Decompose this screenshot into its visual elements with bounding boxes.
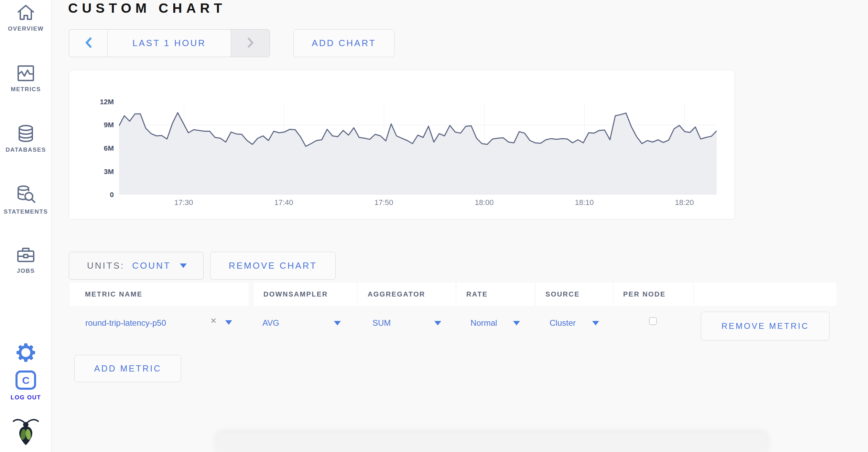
caret-down-icon [592,321,599,325]
column-header-downsampler: DOWNSAMPLER [254,283,357,306]
column-header-per-node: PER NODE [614,283,693,306]
sidebar-item-label: METRICS [0,86,52,93]
column-header-rate: RATE [457,283,534,306]
sidebar-item-label: JOBS [0,268,52,275]
per-node-checkbox[interactable] [649,317,657,325]
home-icon [16,3,36,23]
cockroachdb-bug-logo [12,417,39,447]
metric-table-row: round-trip-latency-p50 × AVG SUM Normal … [52,306,868,347]
svg-text:C: C [22,375,30,386]
x-tick-label: 18:20 [664,198,705,207]
sidebar-item-logout[interactable]: C LOG OUT [0,370,52,401]
sidebar-item-databases[interactable]: DATABASES [0,125,52,153]
source-dropdown[interactable]: Cluster [550,318,599,328]
statements-icon [16,185,36,206]
sidebar-item-label: OVERVIEW [0,25,52,32]
y-tick-label: 0 [76,191,114,199]
timeseries-chart[interactable] [119,102,717,195]
remove-metric-button[interactable]: REMOVE METRIC [701,312,829,341]
units-value: COUNT [132,260,171,271]
metrics-icon [17,65,35,83]
column-header-aggregator: AGGREGATOR [358,283,455,306]
column-header-metric-name: METRIC NAME [70,283,249,306]
metric-name-value[interactable]: round-trip-latency-p50 [85,318,166,328]
sidebar-logo [0,417,52,447]
main-content: CUSTOM CHART LAST 1 HOUR ADD CHART [52,0,868,452]
time-range-prev-button[interactable] [69,30,107,57]
downsampler-dropdown[interactable]: AVG [262,318,341,328]
add-chart-button[interactable]: ADD CHART [293,29,394,57]
time-range-label-button[interactable]: LAST 1 HOUR [107,30,231,57]
y-tick-label: 12M [76,98,114,106]
units-label: UNITS: [87,260,124,271]
chart-area-fill [119,113,717,195]
database-icon [17,125,35,144]
sidebar-item-label: STATEMENTS [0,208,52,215]
caret-down-icon [180,263,187,268]
sidebar: OVERVIEW METRICS DATABASES [0,0,52,452]
time-range-label: LAST 1 HOUR [132,38,206,49]
sidebar-item-label: DATABASES [0,147,52,153]
next-chart-card-edge [217,433,767,452]
column-header-source: SOURCE [536,283,612,306]
chevron-left-icon [84,37,93,50]
jobs-icon [16,246,35,265]
source-value: Cluster [550,318,576,328]
gear-icon [17,343,35,363]
caret-down-icon [334,321,341,325]
time-range-next-button[interactable] [231,30,270,57]
page-title: CUSTOM CHART [68,1,226,16]
x-tick-label: 17:40 [263,198,304,207]
x-tick-label: 17:30 [163,198,204,207]
caret-down-icon [434,321,441,325]
sidebar-item-settings[interactable] [0,343,52,363]
aggregator-dropdown[interactable]: SUM [372,318,441,328]
y-tick-label: 6M [76,144,114,152]
clear-metric-icon[interactable]: × [210,316,217,325]
chevron-right-icon [246,37,254,50]
sidebar-item-statements[interactable]: STATEMENTS [0,185,52,215]
y-tick-label: 3M [76,168,114,176]
chart-card: 12M 9M 6M 3M 0 17:30 17:40 17:50 18:00 1… [69,70,735,219]
time-range-selector: LAST 1 HOUR [69,29,270,57]
sidebar-item-jobs[interactable]: JOBS [0,246,52,275]
remove-chart-button[interactable]: REMOVE CHART [210,252,336,280]
units-dropdown[interactable]: UNITS: COUNT [69,252,204,280]
x-tick-label: 18:00 [464,198,505,207]
metric-name-caret-down-icon[interactable] [225,320,232,325]
cockroach-c-icon: C [15,370,36,391]
x-tick-label: 18:10 [564,198,605,207]
sidebar-item-overview[interactable]: OVERVIEW [0,3,52,32]
aggregator-value: SUM [372,318,391,328]
add-metric-button[interactable]: ADD METRIC [74,355,181,382]
logout-label: LOG OUT [0,394,52,401]
caret-down-icon [513,321,520,325]
downsampler-value: AVG [262,318,279,328]
rate-dropdown[interactable]: Normal [470,318,520,328]
y-tick-label: 9M [76,121,114,129]
column-header-empty [694,283,836,306]
rate-value: Normal [470,318,497,328]
sidebar-item-metrics[interactable]: METRICS [0,65,52,93]
x-tick-label: 17:50 [363,198,404,207]
